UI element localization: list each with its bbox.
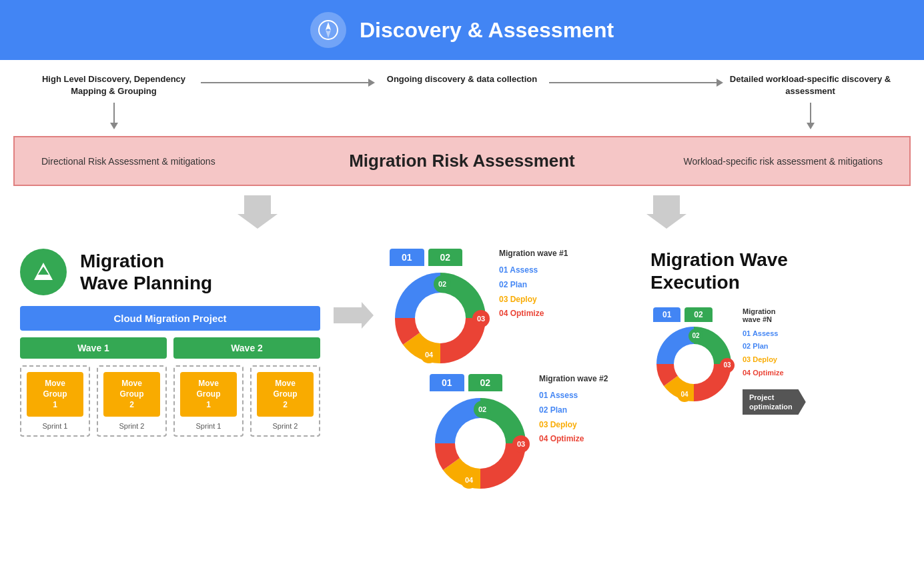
move-group-container-2: MoveGroup2 Sprint 2: [97, 365, 167, 437]
discovery-arrow2: [549, 73, 723, 87]
svg-marker-1: [326, 22, 331, 30]
wave1-label: Migration wave #1: [499, 249, 568, 258]
project-opt-label: Project optimization: [743, 389, 806, 415]
mountain-icon: [20, 249, 67, 295]
waves-panel: 01 02: [387, 249, 637, 497]
wave-n-meta: Migration wave #N 01 Assess 02 Plan 03 D…: [743, 307, 806, 415]
wave2-meta: Migration wave #2 01 Assess 02 Plan 03 D…: [539, 374, 608, 446]
move-group-box-3: MoveGroup1: [180, 372, 237, 417]
wave2-label: Migration wave #2: [539, 374, 608, 383]
discovery-col2: Ongoing discovery & data collection: [375, 73, 549, 85]
svg-marker-7: [334, 302, 374, 329]
sprint-label-3: Sprint 1: [196, 422, 221, 430]
wave1-box: Wave 1: [20, 337, 167, 359]
move-group-container-3: MoveGroup1 Sprint 1: [173, 365, 244, 437]
exec-optimize: 04 Optimize: [743, 367, 806, 380]
discovery-arrow1: [201, 73, 375, 87]
move-group-box-1: MoveGroup1: [27, 372, 83, 417]
sprint-label-1: Sprint 1: [43, 422, 68, 430]
wave-n-diagram: 01 02 02 03 04: [650, 307, 737, 407]
wave2-diagram: 01 02 02 03 04: [427, 374, 534, 497]
wave2-tab-01: 01: [430, 374, 464, 391]
wave2-tab-02: 02: [468, 374, 503, 391]
waves-row: Wave 1 Wave 2: [20, 337, 320, 359]
main-content: Migration Wave Planning Cloud Migration …: [0, 235, 924, 510]
wave1-donut: 02 03 04: [387, 265, 494, 371]
wave2-assess: 01 Assess: [539, 389, 608, 403]
wave-n-seg-02: 02: [688, 329, 703, 343]
project-optimization-arrow: Project optimization: [743, 389, 806, 415]
move-group-container-1: MoveGroup1 Sprint 1: [20, 365, 90, 437]
svg-point-9: [455, 418, 506, 469]
move-groups-row: MoveGroup1 Sprint 1 MoveGroup2 Sprint 2 …: [20, 365, 320, 437]
wave2-donut: 02 03 04: [427, 390, 534, 497]
sprint-label-2: Sprint 2: [119, 422, 145, 430]
wave-n-tab-01: 01: [653, 307, 680, 322]
discovery-row: High Level Discovery, Dependency Mapping…: [0, 60, 924, 136]
svg-point-8: [415, 293, 466, 343]
discovery-col3: Detailed workload-specific discovery & a…: [723, 73, 897, 129]
wave1-section: 01 02: [387, 249, 637, 371]
svg-marker-3: [238, 195, 278, 229]
header-bar: Discovery & Assessment: [0, 0, 924, 60]
move-group-box-2: MoveGroup2: [103, 372, 160, 417]
page-title: Discovery & Assessment: [360, 18, 614, 43]
planning-title: Migration Wave Planning: [80, 250, 212, 295]
down-arrow-right: [646, 195, 686, 229]
planning-header: Migration Wave Planning: [20, 249, 320, 295]
risk-center-text: Migration Risk Assessment: [282, 151, 642, 171]
svg-marker-2: [326, 30, 331, 38]
exec-plan: 02 Plan: [743, 340, 806, 353]
exec-deploy: 03 Deploy: [743, 353, 806, 367]
wave-n-tab-02: 02: [684, 307, 712, 322]
cloud-project-bar: Cloud Migration Project: [20, 306, 320, 331]
risk-right-text: Workload-specific risk assessment & miti…: [642, 156, 883, 167]
discovery-col1: High Level Discovery, Dependency Mapping…: [27, 73, 201, 129]
planning-panel: Migration Wave Planning Cloud Migration …: [20, 249, 320, 437]
wave2-legend: 01 Assess 02 Plan 03 Deploy 04 Optimize: [539, 389, 608, 446]
wave-n-seg-03: 03: [720, 358, 735, 373]
wave2-box: Wave 2: [173, 337, 320, 359]
move-group-container-4: MoveGroup2 Sprint 2: [250, 365, 320, 437]
wave1-deploy: 03 Deploy: [499, 293, 568, 307]
wave-n-donut: 02 03 04: [650, 321, 737, 407]
down-arrow-left: [238, 195, 278, 229]
wave1-optimize: 04 Optimize: [499, 307, 568, 321]
risk-band: Directional Risk Assessment & mitigation…: [13, 136, 911, 186]
exec-assess: 01 Assess: [743, 327, 806, 341]
wave1-diagram: 01 02: [387, 249, 494, 371]
wave-n-label: Migration wave #N: [743, 307, 806, 323]
wave-n-seg-04: 04: [677, 387, 692, 402]
wave1-tab-02: 02: [428, 249, 463, 266]
wave-n-legend: 01 Assess 02 Plan 03 Deploy 04 Optimize: [743, 327, 806, 380]
wave1-legend: 01 Assess 02 Plan 03 Deploy 04 Optimize: [499, 263, 568, 321]
wave1-tab-01: 01: [390, 249, 424, 266]
wave1-assess: 01 Assess: [499, 263, 568, 278]
wave-n-section: 01 02 02 03 04: [650, 307, 904, 415]
planning-to-waves-arrow: [334, 249, 374, 329]
risk-left-text: Directional Risk Assessment & mitigation…: [41, 156, 282, 167]
svg-marker-4: [646, 195, 686, 229]
wave2-section: 01 02 02 03 04: [427, 374, 637, 497]
sprint-label-4: Sprint 2: [273, 422, 298, 430]
svg-point-10: [674, 344, 714, 384]
wave2-plan: 02 Plan: [539, 403, 608, 418]
compass-icon: [310, 12, 346, 48]
execution-panel: Migration Wave Execution 01 02: [650, 249, 904, 415]
wave2-deploy: 03 Deploy: [539, 418, 608, 433]
wave1-meta: Migration wave #1 01 Assess 02 Plan 03 D…: [499, 249, 568, 321]
wave1-plan: 02 Plan: [499, 278, 568, 293]
arrows-below-risk: [0, 189, 924, 235]
wave2-optimize: 04 Optimize: [539, 432, 608, 447]
execution-title: Migration Wave Execution: [650, 249, 904, 293]
move-group-box-4: MoveGroup2: [257, 372, 314, 417]
